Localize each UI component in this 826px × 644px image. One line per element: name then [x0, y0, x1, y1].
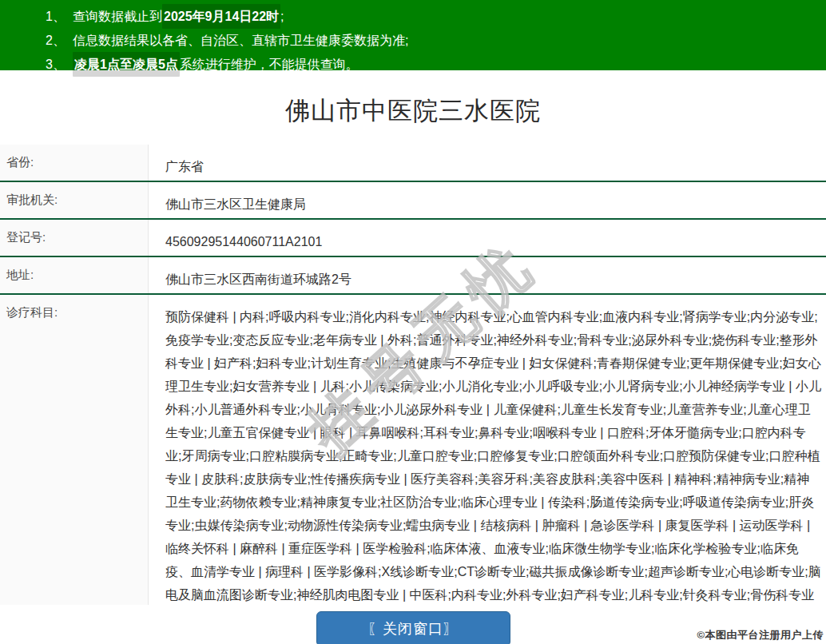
notice-number: 1、	[46, 5, 73, 28]
row-value: 佛山市三水区西南街道环城路2号	[149, 257, 826, 293]
hospital-details-table: 省份: 广东省 审批机关: 佛山市三水区卫生健康局 登记号: 456092951…	[0, 145, 826, 605]
notice-line-1: 1、 查询数据截止到2025年9月14日22时;	[0, 4, 826, 29]
row-label: 审批机关:	[0, 182, 149, 218]
table-row-province: 省份: 广东省	[0, 145, 826, 182]
notice-line-3: 3、 凌晨1点至凌晨5点系统进行维护，不能提供查询。	[0, 52, 826, 77]
notice-text: 系统进行维护，不能提供查询。	[180, 53, 359, 76]
notice-line-2: 2、 信息数据结果以各省、自治区、直辖市卫生健康委数据为准;	[0, 29, 826, 52]
table-row-address: 地址: 佛山市三水区西南街道环城路2号	[0, 257, 826, 295]
notice-text: 查询数据截止到	[73, 5, 162, 28]
row-label: 诊疗科目:	[0, 295, 149, 605]
notice-text: 信息数据结果以各省、自治区、直辖市卫生健康委数据为准;	[73, 29, 408, 52]
notice-highlight: 2025年9月14日22时	[162, 4, 280, 29]
attribution-text: ©本图由平台注册用户上传	[697, 628, 824, 642]
row-value: 广东省	[149, 145, 826, 181]
row-label: 省份:	[0, 145, 149, 181]
close-window-button[interactable]: 〖关闭窗口〗	[316, 611, 510, 644]
row-label: 登记号:	[0, 220, 149, 256]
notice-number: 2、	[46, 29, 73, 52]
row-value: 45609295144060711A2101	[149, 220, 826, 256]
table-row-registration-number: 登记号: 45609295144060711A2101	[0, 220, 826, 257]
row-value: 佛山市三水区卫生健康局	[149, 182, 826, 218]
row-label: 地址:	[0, 257, 149, 293]
notice-number: 3、	[46, 53, 73, 76]
notice-text: ;	[280, 5, 284, 28]
table-row-departments: 诊疗科目: 预防保健科 | 内科;呼吸内科专业;消化内科专业;神经内科专业;心血…	[0, 295, 826, 605]
row-value: 预防保健科 | 内科;呼吸内科专业;消化内科专业;神经内科专业;心血管内科专业;…	[149, 295, 826, 605]
table-row-approval-authority: 审批机关: 佛山市三水区卫生健康局	[0, 182, 826, 220]
notice-banner: 1、 查询数据截止到2025年9月14日22时; 2、 信息数据结果以各省、自治…	[0, 0, 826, 70]
page-title: 佛山市中医院三水医院	[0, 94, 826, 128]
notice-highlight: 凌晨1点至凌晨5点	[73, 52, 180, 77]
